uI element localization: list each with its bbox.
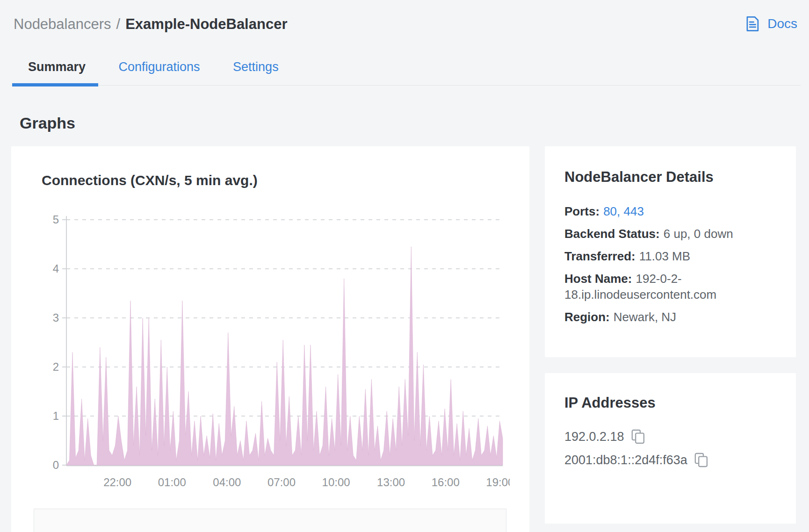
detail-row-host-name: Host Name:192-0-2-18.ip.linodeuserconten… [564,271,777,302]
ipv6-address: 2001:db8:1::2d4f:f63a [564,453,687,467]
nodebalancer-summary-page: Nodebalancers/Example-NodeBalancer Docs … [0,0,809,532]
copy-ipv4-button[interactable] [631,429,645,444]
transferred-label: Transferred: [564,249,636,263]
docs-label: Docs [767,16,797,31]
breadcrumb-separator: / [116,16,121,32]
svg-text:3: 3 [53,311,59,324]
svg-text:5: 5 [53,213,59,226]
chart-title: Connections (CXN/s, 5 min avg.) [42,173,258,188]
svg-text:0: 0 [53,459,59,471]
docs-link[interactable]: Docs [744,15,797,33]
svg-text:4: 4 [53,262,59,275]
chart-legend-box [34,509,506,532]
port-443-link[interactable]: 443 [624,204,644,218]
breadcrumb-current: Example-NodeBalancer [125,16,287,32]
backend-status-label: Backend Status: [564,227,660,241]
ip-row-ipv4: 192.0.2.18 [564,429,777,444]
port-80-link[interactable]: 80 [603,204,617,218]
tab-settings[interactable]: Settings [233,60,279,74]
breadcrumb-section-link[interactable]: Nodebalancers [14,16,111,32]
detail-row-region: Region:Newark, NJ [564,309,777,325]
ports-separator: , [617,204,623,218]
details-card-title: NodeBalancer Details [564,169,777,186]
tab-configurations[interactable]: Configurations [119,60,200,74]
detail-row-backend-status: Backend Status:6 up, 0 down [564,226,777,242]
svg-text:16:00: 16:00 [432,476,460,489]
svg-text:1: 1 [53,410,59,422]
region-label: Region: [564,310,610,324]
svg-text:13:00: 13:00 [377,476,405,489]
copy-icon [694,453,708,467]
ip-card-title: IP Addresses [564,395,777,411]
svg-text:01:00: 01:00 [158,476,186,489]
detail-row-transferred: Transferred:11.03 MB [564,248,777,264]
region-value: Newark, NJ [614,310,676,324]
breadcrumb: Nodebalancers/Example-NodeBalancer [14,14,287,35]
copy-icon [631,429,645,444]
svg-text:04:00: 04:00 [213,476,241,489]
active-tab-underline [12,83,98,86]
tab-summary[interactable]: Summary [28,60,86,74]
graphs-card: Connections (CXN/s, 5 min avg.) 01234522… [11,146,529,532]
connections-area-chart: 01234522:0001:0004:0007:0010:0013:0016:0… [40,206,510,496]
tab-bar: Summary Configurations Settings [11,55,801,86]
nodebalancer-details-card: NodeBalancer Details Ports:80, 443 Backe… [545,146,796,357]
ip-row-ipv6: 2001:db8:1::2d4f:f63a [564,453,777,467]
ipv4-address: 192.0.2.18 [564,430,624,444]
svg-text:22:00: 22:00 [103,476,131,489]
docs-icon [744,15,761,33]
detail-row-ports: Ports:80, 443 [564,203,777,219]
svg-text:19:00: 19:00 [486,476,510,489]
copy-ipv6-button[interactable] [694,453,708,467]
svg-text:2: 2 [53,360,59,373]
backend-status-value: 6 up, 0 down [664,227,733,241]
host-name-label: Host Name: [564,272,632,286]
transferred-value: 11.03 MB [639,249,690,263]
svg-text:10:00: 10:00 [322,476,350,489]
svg-text:07:00: 07:00 [267,476,296,489]
ip-addresses-card: IP Addresses 192.0.2.18 2001:db8:1::2d4f… [545,373,796,524]
page-title: Graphs [20,112,75,134]
ports-label: Ports: [564,204,600,218]
